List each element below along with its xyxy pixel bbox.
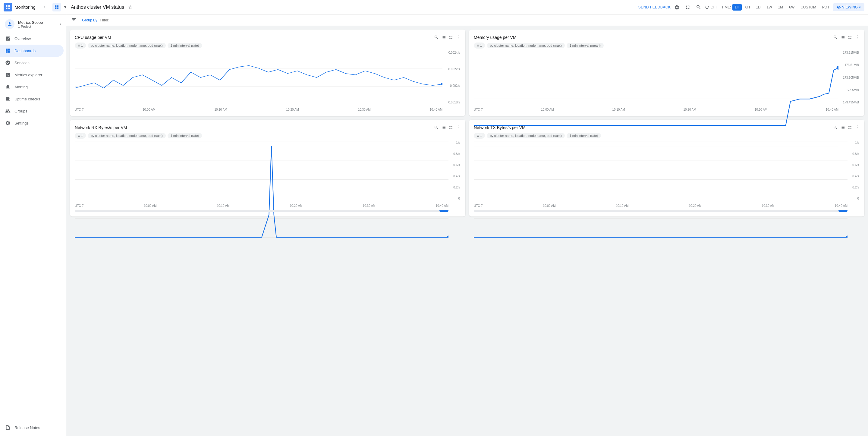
chart-header-memory: Memory usage per VM ⋮: [474, 34, 860, 40]
sidebar: Metrics Scope 1 Project › Overview Dashb…: [0, 14, 66, 436]
chart-search-cpu[interactable]: [434, 35, 439, 40]
chart-card-cpu: CPU usage per VM ⋮: [70, 30, 465, 116]
breadcrumb-icon: [53, 3, 61, 11]
time-1m-button[interactable]: 1M: [776, 4, 786, 10]
chart-search-rx[interactable]: [434, 125, 439, 130]
chart-legend-memory[interactable]: [840, 35, 845, 40]
chart-scrollbar-rx[interactable]: [75, 210, 448, 212]
chart-scrollbar-tx[interactable]: [474, 210, 847, 212]
title-star[interactable]: ☆: [128, 4, 133, 10]
time-label: TIME:: [721, 5, 731, 9]
breadcrumb-dropdown[interactable]: ▼: [63, 5, 67, 9]
chart-legend-cpu[interactable]: [441, 35, 446, 40]
chart-more-rx[interactable]: ⋮: [456, 124, 461, 130]
chart-expand-rx[interactable]: [448, 125, 453, 130]
svg-point-8: [9, 22, 10, 24]
svg-rect-0: [6, 5, 7, 7]
chart-title-memory: Memory usage per VM: [474, 35, 517, 40]
sidebar-item-overview[interactable]: Overview: [0, 33, 64, 45]
chart-more-cpu[interactable]: ⋮: [456, 34, 461, 40]
release-notes-icon: [5, 425, 11, 431]
chart-more-memory[interactable]: ⋮: [855, 34, 860, 40]
filter-chip-rx-interval: 1 min interval (rate): [167, 133, 202, 138]
filter-chip-rx-1: ≡ 1: [75, 133, 86, 139]
sidebar-label-overview: Overview: [14, 36, 31, 41]
chart-filters-cpu: ≡ 1 by cluster name, location, node name…: [75, 42, 461, 49]
chart-area-cpu: 0.0024/s 0.0022/s 0.002/s 0.0018/s: [75, 51, 461, 111]
sidebar-item-settings[interactable]: Settings: [0, 117, 64, 129]
chart-svg-rx: [75, 141, 448, 200]
filter-chip-rx-desc: by cluster name, location, node name, po…: [88, 133, 165, 138]
chart-legend-tx[interactable]: [840, 125, 845, 130]
chart-actions-memory: ⋮: [833, 34, 860, 40]
main-layout: Metrics Scope 1 Project › Overview Dashb…: [0, 14, 868, 436]
filter-bar: + Group By: [66, 14, 868, 26]
chart-actions-cpu: ⋮: [434, 34, 461, 40]
sidebar-expand-icon: ›: [60, 21, 61, 27]
services-icon: [5, 60, 11, 66]
filter-input[interactable]: [100, 18, 863, 22]
chart-actions-rx: ⋮: [434, 124, 461, 130]
chart-grid: CPU usage per VM ⋮: [66, 26, 868, 436]
chart-card-memory: Memory usage per VM ⋮: [469, 30, 864, 116]
overview-icon: [5, 36, 11, 41]
time-1d-button[interactable]: 1D: [753, 4, 763, 10]
sidebar-item-services[interactable]: Services: [0, 57, 64, 69]
sidebar-subtitle: 1 Project: [18, 25, 56, 28]
sidebar-item-groups[interactable]: Groups: [0, 105, 64, 117]
chart-area-memory: 173.515MiB 173.51MiB 173.505MiB 173.5MiB…: [474, 51, 860, 111]
sidebar-label-dashboards: Dashboards: [14, 49, 36, 53]
svg-point-13: [441, 83, 442, 85]
svg-rect-5: [57, 5, 59, 7]
sidebar-item-release-notes[interactable]: Release Notes: [0, 422, 64, 434]
filter-chip-cpu-desc: by cluster name, location, node name, po…: [88, 43, 165, 48]
alerting-icon: [5, 84, 11, 90]
time-6h-button[interactable]: 6H: [743, 4, 752, 10]
chart-y-labels-cpu: 0.0024/s 0.0022/s 0.002/s 0.0018/s: [442, 51, 461, 104]
svg-rect-4: [55, 5, 56, 7]
fullscreen-icon[interactable]: [683, 2, 692, 12]
time-1w-button[interactable]: 1W: [764, 4, 775, 10]
time-custom-button[interactable]: CUSTOM: [798, 4, 818, 10]
right-panel: + Group By CPU usage per VM: [66, 14, 868, 436]
uptime-icon: [5, 96, 11, 102]
app-logo: [4, 3, 12, 11]
sidebar-item-uptime-checks[interactable]: Uptime checks: [0, 93, 64, 105]
scrollbar-thumb-tx: [838, 210, 847, 212]
svg-point-19: [837, 66, 838, 70]
viewing-button[interactable]: VIEWING ▾: [833, 3, 864, 11]
chart-search-memory[interactable]: [833, 35, 838, 40]
chart-more-tx[interactable]: ⋮: [855, 124, 860, 130]
chart-header-cpu: CPU usage per VM ⋮: [75, 34, 461, 40]
chart-legend-rx[interactable]: [441, 125, 446, 130]
sidebar-label-settings: Settings: [14, 121, 29, 125]
svg-rect-7: [57, 7, 59, 9]
sidebar-item-metrics-explorer[interactable]: Metrics explorer: [0, 69, 64, 81]
settings-icon[interactable]: [672, 2, 682, 12]
chart-expand-memory[interactable]: [847, 35, 852, 40]
filter-chip-cpu-1: ≡ 1: [75, 42, 86, 49]
time-1h-button[interactable]: 1H: [733, 4, 742, 10]
chart-expand-tx[interactable]: [847, 125, 852, 130]
svg-rect-2: [6, 7, 7, 9]
sidebar-item-alerting[interactable]: Alerting: [0, 81, 64, 93]
settings-nav-icon: [5, 120, 11, 126]
chart-y-labels-tx: 1/s 0.8/s 0.6/s 0.4/s 0.2/s 0: [847, 141, 860, 200]
time-6w-button[interactable]: 6W: [786, 4, 797, 10]
sidebar-header[interactable]: Metrics Scope 1 Project ›: [0, 14, 66, 33]
send-feedback-button[interactable]: SEND FEEDBACK: [638, 5, 671, 9]
sidebar-item-dashboards[interactable]: Dashboards: [0, 45, 64, 57]
chart-title-rx: Network RX Bytes/s per VM: [75, 125, 127, 130]
chart-expand-cpu[interactable]: [448, 35, 453, 40]
sidebar-nav: Overview Dashboards Services Metrics exp…: [0, 33, 66, 419]
chart-card-rx: Network RX Bytes/s per VM ⋮: [70, 120, 465, 216]
timezone-button[interactable]: PDT: [820, 4, 832, 10]
search-icon[interactable]: [694, 2, 704, 12]
group-by-button[interactable]: + Group By: [79, 18, 97, 22]
sidebar-label-groups: Groups: [14, 109, 27, 113]
back-button[interactable]: ←: [40, 2, 50, 12]
chart-area-tx: 1/s 0.8/s 0.6/s 0.4/s 0.2/s 0: [474, 141, 860, 207]
filter-toggle-icon[interactable]: [71, 17, 76, 23]
sidebar-label-alerting: Alerting: [14, 85, 28, 89]
filter-chip-memory-desc: by cluster name, location, node name, po…: [487, 43, 564, 48]
